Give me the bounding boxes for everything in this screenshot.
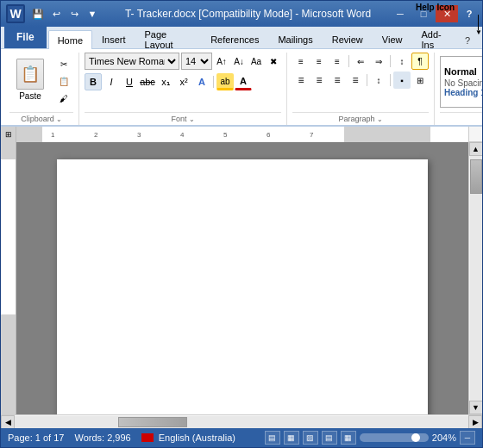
styles-group-label: Styles ⌄	[440, 112, 483, 123]
font-name-row: Times New Roman 14 A↑ A↓ Aa ✖	[85, 53, 281, 70]
view-print-button[interactable]: ▤	[265, 431, 280, 445]
align-right-button[interactable]: ≡	[329, 72, 346, 89]
bold-button[interactable]: B	[85, 73, 102, 90]
bullets-button[interactable]: ≡	[292, 53, 310, 70]
word-logo: W	[6, 4, 25, 23]
paragraph-expander[interactable]: ⌄	[377, 115, 383, 123]
redo-quick-button[interactable]: ↪	[66, 6, 82, 22]
title-bar: W 💾 ↩ ↪ ▼ T- Tracker.docx [Compatibility…	[1, 1, 482, 27]
line-spacing-button[interactable]: ↕	[370, 72, 387, 89]
justify-button[interactable]: ≡	[347, 72, 364, 89]
zoom-thumb	[411, 433, 420, 442]
scroll-up-button[interactable]: ▲	[469, 142, 483, 156]
styles-group-content: Normal No Spacing Heading 1 ▲ ▼ ▼ A Quic…	[440, 53, 483, 110]
document-page[interactable]	[57, 159, 428, 414]
tab-mailings[interactable]: Mailings	[268, 29, 322, 48]
clipboard-small-buttons: ✂ 📋 🖌	[54, 57, 73, 107]
multilevel-button[interactable]: ≡	[329, 53, 346, 70]
align-center-button[interactable]: ≡	[310, 72, 328, 89]
text-effects-button[interactable]: A	[193, 73, 210, 90]
quick-access-toolbar: 💾 ↩ ↪ ▼	[30, 6, 100, 22]
undo-quick-button[interactable]: ↩	[48, 6, 64, 22]
zoom-out-button[interactable]: ─	[460, 431, 475, 445]
svg-text:4: 4	[180, 131, 185, 139]
font-grow-button[interactable]: A↑	[214, 53, 229, 69]
tab-review[interactable]: Review	[323, 29, 373, 48]
italic-button[interactable]: I	[103, 73, 120, 90]
view-full-button[interactable]: ▦	[284, 431, 299, 445]
tab-references[interactable]: References	[201, 29, 268, 48]
zoom-slider[interactable]	[360, 433, 429, 442]
ribbon-group-styles: Normal No Spacing Heading 1 ▲ ▼ ▼ A Quic…	[435, 53, 483, 125]
view-web-button[interactable]: ▨	[303, 431, 318, 445]
ribbon-content: 📋 Paste ✂ 📋 🖌 Clipboard ⌄ Times New Ro	[1, 49, 482, 127]
paragraph-row1: ≡ ≡ ≡ ⇐ ⇒ ↕ ¶	[292, 53, 429, 70]
cut-button[interactable]: ✂	[54, 57, 73, 72]
view-draft-button[interactable]: ▦	[341, 431, 356, 445]
ruler-right-spacer	[468, 127, 482, 141]
minimize-button[interactable]: ─	[389, 5, 411, 22]
help-icon[interactable]: ?	[461, 6, 477, 22]
superscript-button[interactable]: x²	[175, 73, 192, 90]
scroll-track[interactable]	[470, 156, 482, 401]
document-content[interactable]	[16, 142, 468, 414]
ribbon-tab-bar: File Home Insert Page Layout References …	[1, 27, 482, 49]
highlight-button[interactable]: ab	[216, 73, 234, 90]
paste-button[interactable]: 📋 Paste	[9, 56, 51, 108]
tab-insert[interactable]: Insert	[92, 29, 135, 48]
font-shrink-button[interactable]: A↓	[231, 53, 247, 69]
clipboard-expander[interactable]: ⌄	[56, 115, 62, 123]
scroll-down-button[interactable]: ▼	[469, 401, 483, 414]
styles-gallery[interactable]: Normal No Spacing Heading 1	[440, 56, 483, 108]
shading-button[interactable]: ▪	[393, 72, 411, 89]
window-title: T- Tracker.docx [Compatibility Mode] - M…	[107, 8, 389, 20]
tab-home[interactable]: Home	[48, 30, 92, 49]
format-painter-button[interactable]: 🖌	[54, 91, 73, 107]
h-scroll-track[interactable]	[15, 416, 468, 428]
font-size-select[interactable]: 14	[181, 53, 212, 70]
save-quick-button[interactable]: 💾	[30, 6, 46, 22]
svg-rect-0	[16, 127, 42, 142]
inc-indent-button[interactable]: ⇒	[370, 53, 387, 70]
help-icon-annotation: Help Icon ▼	[416, 3, 455, 12]
svg-text:1: 1	[51, 131, 55, 139]
clear-format-button[interactable]: ✖	[266, 53, 281, 69]
underline-button[interactable]: U	[121, 73, 138, 90]
font-color-button[interactable]: A	[235, 73, 252, 90]
normal-style: Normal	[444, 66, 483, 77]
scroll-thumb[interactable]	[470, 159, 482, 194]
numbering-button[interactable]: ≡	[310, 53, 328, 70]
svg-text:2: 2	[94, 131, 98, 139]
tab-add-ins[interactable]: Add-Ins	[411, 29, 460, 48]
annotation-text: Help Icon	[416, 3, 455, 12]
ruler-corner[interactable]: ⊞	[1, 127, 16, 142]
scroll-left-button[interactable]: ◀	[1, 415, 15, 429]
font-expander[interactable]: ⌄	[189, 115, 195, 123]
font-name-select[interactable]: Times New Roman	[85, 53, 179, 70]
change-case-button[interactable]: Aa	[248, 53, 264, 69]
tab-file[interactable]: File	[4, 26, 47, 48]
svg-text:6: 6	[267, 131, 271, 139]
svg-text:7: 7	[310, 131, 314, 139]
view-outline-button[interactable]: ▤	[322, 431, 337, 445]
vertical-ruler	[1, 142, 16, 414]
tab-view[interactable]: View	[373, 29, 412, 48]
show-marks-button[interactable]: ¶	[411, 53, 429, 70]
words-status: Words: 2,996	[74, 432, 130, 443]
font-group-content: Times New Roman 14 A↑ A↓ Aa ✖ B I U abc …	[85, 53, 281, 110]
h-scroll-thumb[interactable]	[118, 417, 187, 427]
font-format-row: B I U abc x₁ x² A ab A	[85, 73, 252, 90]
align-left-button[interactable]: ≡	[292, 72, 310, 89]
strikethrough-button[interactable]: abc	[139, 73, 156, 90]
dec-indent-button[interactable]: ⇐	[352, 53, 369, 70]
language-status: English (Australia)	[141, 432, 235, 443]
subscript-button[interactable]: x₁	[157, 73, 174, 90]
ribbon-help-icon[interactable]: ?	[460, 33, 475, 48]
tab-page-layout[interactable]: Page Layout	[135, 29, 202, 48]
copy-button[interactable]: 📋	[54, 74, 73, 90]
quick-access-dropdown[interactable]: ▼	[85, 6, 100, 22]
borders-button[interactable]: ⊞	[411, 72, 429, 89]
scroll-right-button[interactable]: ▶	[468, 415, 482, 429]
sort-button[interactable]: ↕	[393, 53, 411, 70]
paragraph-row2: ≡ ≡ ≡ ≡ ↕ ▪ ⊞	[292, 72, 429, 89]
